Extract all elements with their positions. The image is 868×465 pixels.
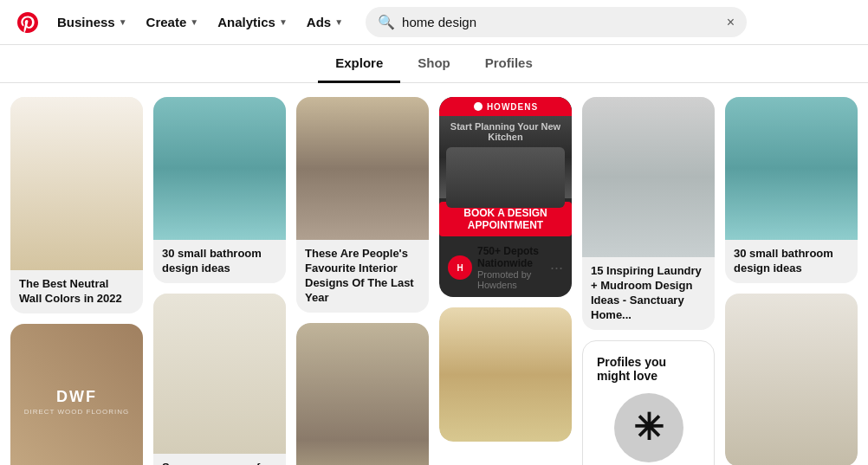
tab-explore[interactable]: Explore — [318, 45, 400, 83]
pin-dwf[interactable]: DWF DIRECT WOOD FLOORING — [10, 324, 143, 465]
search-input[interactable] — [402, 15, 720, 29]
nav-business[interactable]: Business ▼ — [49, 10, 136, 35]
pin-title: The Best Neutral Wall Colors in 2022 — [10, 270, 143, 313]
nav-create[interactable]: Create ▼ — [138, 10, 208, 35]
dwf-subtext: DIRECT WOOD FLOORING — [24, 408, 130, 416]
header: Business ▼ Create ▼ Analytics ▼ Ads ▼ 🔍 … — [0, 0, 868, 45]
pin-grey-kitchen[interactable]: 15 Inspiring Laundry + Mudroom Design Id… — [582, 97, 715, 330]
pin-living-room[interactable] — [725, 294, 858, 465]
howdens-headline: Start Planning Your New Kitchen — [439, 116, 572, 147]
howdens-header: HOWDENS — [439, 97, 572, 116]
chevron-down-icon: ▼ — [279, 17, 288, 27]
promo-brand-name: Howdens — [477, 280, 545, 290]
howdens-kitchen-image: Start Planning Your New Kitchen — [439, 116, 572, 198]
pin-hallway[interactable]: The Best Neutral Wall Colors in 2022 — [10, 97, 143, 313]
howdens-info: 750+ Depots Nationwide Promoted by Howde… — [477, 245, 545, 290]
howdens-avatar: H — [448, 255, 472, 280]
pinterest-logo[interactable] — [14, 9, 42, 36]
pin-green-sofa[interactable]: Scrummy greens for spring Spruce things … — [153, 294, 286, 465]
pin-title: Scrummy greens for spring — [153, 454, 286, 465]
pin-stairs[interactable] — [296, 323, 429, 465]
profiles-card-title: Profiles you might love — [597, 355, 700, 383]
pin-howdens-promo[interactable]: HOWDENS Start Planning Your New Kitchen … — [439, 97, 572, 297]
pin-teal-bath-2[interactable]: 30 small bathroom design ideas — [725, 97, 858, 283]
pin-pendant[interactable] — [439, 307, 572, 442]
main-nav: Business ▼ Create ▼ Analytics ▼ Ads ▼ — [49, 10, 352, 35]
pin-teal-bath-1[interactable]: 30 small bathroom design ideas — [153, 97, 286, 283]
nav-analytics[interactable]: Analytics ▼ — [209, 10, 296, 35]
promo-sub-headline: 750+ Depots Nationwide — [477, 245, 545, 269]
nav-ads[interactable]: Ads ▼ — [298, 10, 352, 35]
profile-wallpaper[interactable]: ✳ Wallpaper* ✔ 630.1k followers — [597, 393, 700, 465]
tab-bar: Explore Shop Profiles — [0, 45, 868, 83]
search-bar: 🔍 × — [366, 7, 747, 37]
chevron-down-icon: ▼ — [334, 17, 343, 27]
profile-avatar: ✳ — [614, 393, 683, 462]
pin-kitchen-stone[interactable]: These Are People's Favourite Interior De… — [296, 97, 429, 313]
svg-point-0 — [474, 102, 483, 111]
promo-promoted-label: Promoted by — [477, 269, 545, 280]
pin-title: 30 small bathroom design ideas — [153, 240, 286, 283]
pin-title: 15 Inspiring Laundry + Mudroom Design Id… — [582, 257, 715, 330]
close-icon[interactable]: × — [727, 15, 735, 30]
chevron-down-icon: ▼ — [119, 17, 127, 27]
pin-title: These Are People's Favourite Interior De… — [296, 240, 429, 313]
tab-profiles[interactable]: Profiles — [468, 45, 550, 83]
more-options-button[interactable]: ··· — [550, 259, 563, 277]
chevron-down-icon: ▼ — [190, 17, 198, 27]
profiles-you-might-love-card: Profiles you might love ✳ Wallpaper* ✔ 6… — [582, 340, 715, 465]
pin-grid: The Best Neutral Wall Colors in 2022 DWF… — [0, 83, 868, 465]
dwf-logo: DWF — [56, 388, 97, 406]
tab-shop[interactable]: Shop — [400, 45, 468, 83]
search-icon: 🔍 — [378, 14, 395, 30]
pin-title: 30 small bathroom design ideas — [725, 240, 858, 283]
howdens-footer: H 750+ Depots Nationwide Promoted by How… — [439, 240, 572, 297]
